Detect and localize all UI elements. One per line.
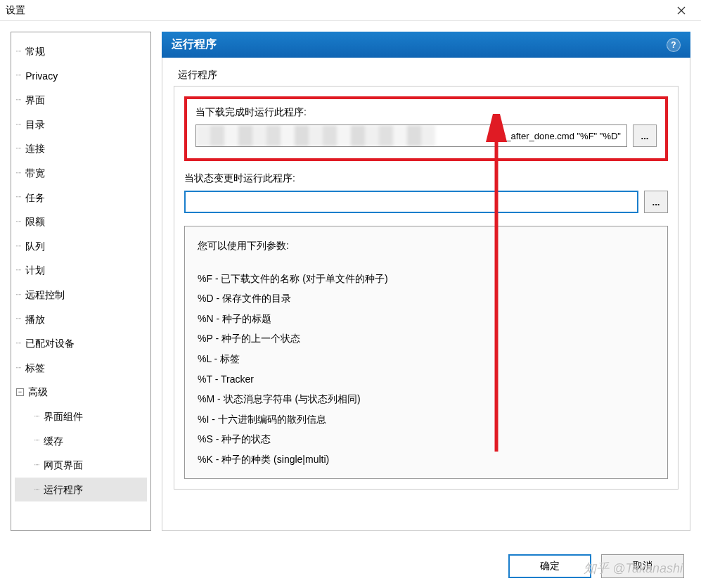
tree-connector-icon: ┈ (34, 482, 39, 498)
redacted-text (196, 125, 435, 146)
help-line: %L - 标签 (198, 350, 655, 369)
help-line: %I - 十六进制编码的散列信息 (198, 410, 655, 429)
help-line: %T - Tracker (198, 370, 655, 389)
tree-item[interactable]: ┈常规 (15, 39, 147, 64)
tree-item-label: 限额 (25, 212, 45, 231)
help-line: %F - 已下载文件的名称 (对于单文件的种子) (198, 269, 655, 288)
tree-item-label: 网页界面 (44, 456, 83, 475)
main-panel: 运行程序 ? 运行程序 当下载完成时运行此程序: \run_after_done… (162, 32, 690, 531)
tree-connector-icon: ┈ (16, 68, 21, 84)
run-on-finish-input[interactable]: \run_after_done.cmd "%F" "%D" (195, 124, 627, 147)
tree-item-label: 已配对设备 (25, 334, 75, 353)
tree-connector-icon: ┈ (34, 409, 39, 425)
titlebar: 设置 (0, 0, 701, 21)
help-line: %D - 保存文件的目录 (198, 289, 655, 308)
tree-item[interactable]: ┈计划 (15, 258, 147, 283)
tree-item[interactable]: ┈带宽 (15, 161, 147, 186)
tree-connector-icon: ┈ (16, 214, 21, 230)
run-on-finish-value: \run_after_done.cmd "%F" "%D" (490, 131, 621, 141)
tree-connector-icon: ┈ (16, 189, 21, 205)
close-button[interactable] (667, 0, 695, 21)
tree-item-label: 常规 (25, 42, 45, 61)
tree-item-label: 界面组件 (44, 407, 83, 426)
tree-item-label: 界面 (25, 91, 45, 110)
cancel-button[interactable]: 取消 (601, 554, 684, 578)
tree-item[interactable]: ┈网页界面 (15, 453, 147, 478)
tree-item-label: 队列 (25, 237, 45, 256)
close-icon (677, 6, 686, 15)
field2-label: 当状态变更时运行此程序: (184, 172, 668, 185)
help-line: %N - 种子的标题 (198, 309, 655, 328)
help-line: %S - 种子的状态 (198, 430, 655, 449)
tree-connector-icon: ┈ (16, 360, 21, 376)
tree-item-label: 远程控制 (25, 286, 65, 305)
tree-item-label: Privacy (25, 67, 58, 86)
tree-item-label: 运行程序 (44, 480, 83, 499)
tree-item-label: 缓存 (44, 432, 63, 451)
tree-item-label: 任务 (25, 188, 45, 207)
tree-connector-icon: ┈ (16, 165, 21, 181)
help-line: %M - 状态消息字符串 (与状态列相同) (198, 390, 655, 409)
browse-button-1[interactable]: ... (633, 124, 657, 147)
window-title: 设置 (6, 4, 667, 17)
field1-label: 当下载完成时运行此程序: (195, 106, 657, 119)
tree-item[interactable]: ┈界面 (15, 88, 147, 113)
tree-connector-icon: ┈ (16, 335, 21, 352)
tree-item[interactable]: ┈运行程序 (15, 478, 147, 502)
tree-item[interactable]: ┈已配对设备 (15, 331, 147, 356)
tree-item-label: 播放 (25, 310, 45, 329)
tree-item[interactable]: ┈队列 (15, 234, 147, 259)
tree-item[interactable]: ┈目录 (15, 113, 147, 137)
collapse-icon[interactable]: − (16, 388, 24, 396)
tree-item-label: 计划 (25, 261, 45, 280)
run-on-state-change-input[interactable] (184, 191, 638, 213)
highlight-annotation: 当下载完成时运行此程序: \run_after_done.cmd "%F" "%… (184, 96, 668, 161)
group-label: 运行程序 (174, 69, 679, 82)
parameters-help[interactable]: 您可以使用下列参数: %F - 已下载文件的名称 (对于单文件的种子)%D - … (184, 226, 668, 479)
tree-item-label: 目录 (25, 115, 45, 134)
tree-connector-icon: ┈ (34, 433, 39, 449)
panel-header: 运行程序 ? (162, 32, 690, 58)
help-line: %K - 种子的种类 (single|multi) (198, 450, 655, 469)
help-icon[interactable]: ? (667, 38, 681, 52)
tree-item[interactable]: ┈远程控制 (15, 283, 147, 307)
tree-connector-icon: ┈ (16, 238, 21, 255)
tree-item[interactable]: ┈任务 (15, 186, 147, 210)
tree-connector-icon: ┈ (16, 141, 21, 157)
settings-tree[interactable]: ┈常规┈Privacy┈界面┈目录┈连接┈带宽┈任务┈限额┈队列┈计划┈远程控制… (11, 32, 151, 531)
tree-item[interactable]: ┈标签 (15, 356, 147, 381)
tree-item-label: 高级 (28, 383, 48, 402)
ok-button[interactable]: 确定 (508, 554, 591, 578)
help-intro: 您可以使用下列参数: (198, 236, 655, 255)
tree-item-label: 带宽 (25, 164, 45, 183)
tree-connector-icon: ┈ (16, 117, 21, 133)
tree-item[interactable]: ┈缓存 (15, 429, 147, 454)
tree-connector-icon: ┈ (16, 44, 21, 60)
tree-item-advanced[interactable]: −高级 (15, 380, 147, 404)
tree-connector-icon: ┈ (16, 287, 21, 303)
browse-button-2[interactable]: ... (644, 191, 668, 213)
panel-title: 运行程序 (172, 37, 217, 52)
tree-item[interactable]: ┈连接 (15, 136, 147, 161)
tree-connector-icon: ┈ (16, 311, 21, 327)
tree-item[interactable]: ┈界面组件 (15, 404, 147, 429)
tree-item[interactable]: ┈Privacy (15, 64, 147, 89)
tree-connector-icon: ┈ (16, 92, 21, 108)
tree-item-label: 标签 (25, 359, 45, 378)
tree-item[interactable]: ┈限额 (15, 210, 147, 234)
tree-connector-icon: ┈ (16, 262, 21, 279)
help-line: %P - 种子的上一个状态 (198, 329, 655, 348)
tree-connector-icon: ┈ (34, 457, 39, 473)
tree-item-label: 连接 (25, 139, 45, 158)
tree-item[interactable]: ┈播放 (15, 307, 147, 332)
